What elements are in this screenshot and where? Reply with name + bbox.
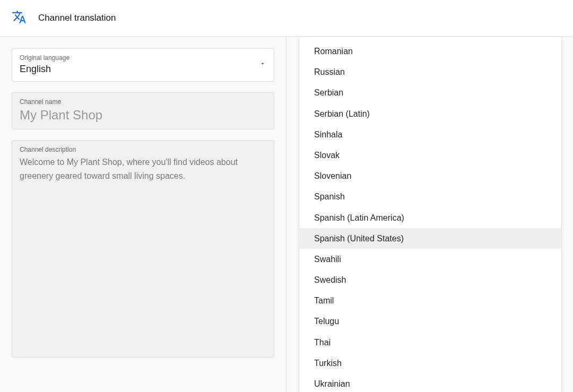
channel-name-label: Channel name xyxy=(20,98,266,106)
channel-name-value: My Plant Shop xyxy=(20,108,266,123)
language-option[interactable]: Ukrainian xyxy=(299,373,561,392)
original-language-select[interactable]: Original language English xyxy=(12,48,274,82)
language-option[interactable]: Romanian xyxy=(299,41,561,62)
language-option[interactable]: Swahili xyxy=(299,249,561,269)
chevron-down-icon xyxy=(259,60,266,69)
language-option[interactable]: Serbian (Latin) xyxy=(299,103,561,124)
language-option[interactable]: Thai xyxy=(299,332,561,353)
channel-description-label: Channel description xyxy=(20,146,266,153)
page-title: Channel translation xyxy=(38,13,116,23)
channel-description-field: Channel description Welcome to My Plant … xyxy=(12,140,274,358)
language-option[interactable]: Sinhala xyxy=(299,124,561,145)
language-option[interactable]: Spanish xyxy=(299,186,561,207)
original-language-value: English xyxy=(20,64,259,75)
translate-icon xyxy=(12,10,27,27)
language-option[interactable]: Slovak xyxy=(299,145,561,165)
left-panel: Original language English Channel name M… xyxy=(0,37,286,392)
language-option[interactable]: Russian xyxy=(299,62,561,82)
content: Original language English Channel name M… xyxy=(0,37,573,392)
language-option[interactable]: Slovenian xyxy=(299,165,561,186)
right-panel: RomanianRussianSerbianSerbian (Latin)Sin… xyxy=(286,37,573,392)
language-list[interactable]: RomanianRussianSerbianSerbian (Latin)Sin… xyxy=(299,37,561,392)
language-option[interactable]: Swedish xyxy=(299,269,561,290)
channel-name-field: Channel name My Plant Shop xyxy=(12,92,274,129)
language-option[interactable]: Spanish (United States) xyxy=(299,228,561,249)
language-option[interactable]: Tamil xyxy=(299,290,561,311)
language-option[interactable]: Telugu xyxy=(299,311,561,332)
original-language-label: Original language xyxy=(20,54,259,62)
language-option[interactable]: Turkish xyxy=(299,353,561,373)
language-option[interactable]: Serbian xyxy=(299,82,561,103)
channel-description-value: Welcome to My Plant Shop, where you'll f… xyxy=(20,155,266,182)
language-option[interactable]: Spanish (Latin America) xyxy=(299,207,561,228)
header: Channel translation xyxy=(0,0,573,37)
